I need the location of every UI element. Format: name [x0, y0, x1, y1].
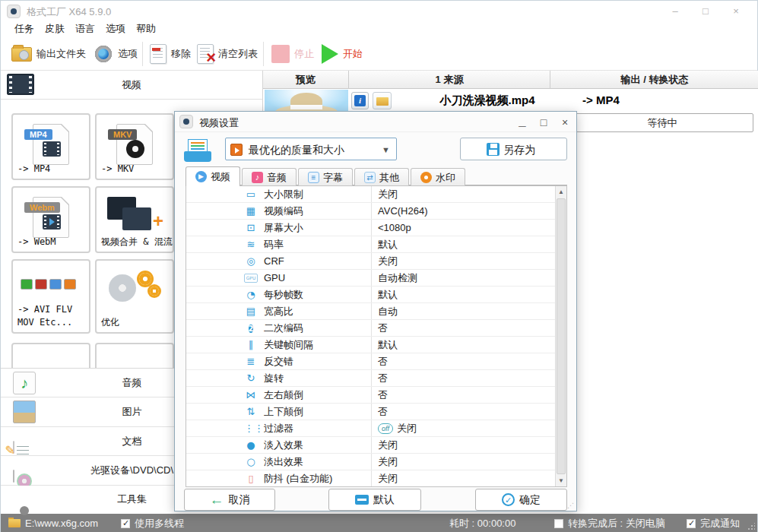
- grid-item-mkv[interactable]: MKV -> MKV: [95, 113, 174, 180]
- grid-item-video-merge[interactable]: + 视频合并 & 混流: [95, 186, 174, 253]
- grid-item-label: 优化: [101, 316, 119, 329]
- scroll-down-icon[interactable]: ▼: [556, 475, 566, 486]
- output-path-item[interactable]: E:\www.x6g.com: [8, 514, 98, 532]
- preview-thumbnail[interactable]: [265, 90, 348, 112]
- setting-row-rotate[interactable]: ↻ 旋转 否: [186, 370, 555, 387]
- open-folder-button[interactable]: [373, 92, 392, 109]
- grid-item-label: -> WebM: [17, 236, 56, 249]
- play-icon: [322, 44, 338, 64]
- menu-task[interactable]: 任务: [14, 22, 34, 37]
- dialog-maximize-button[interactable]: □: [537, 116, 550, 128]
- options-button[interactable]: 选项: [94, 37, 138, 71]
- default-button[interactable]: 默认: [328, 489, 421, 511]
- window-controls: – □ ×: [660, 1, 751, 22]
- menu-options[interactable]: 选项: [106, 22, 125, 37]
- notify-option[interactable]: 完成通知: [687, 514, 740, 532]
- toolbar-separator: [142, 42, 143, 66]
- sidebar-section-video[interactable]: 视频: [1, 71, 262, 100]
- ok-button[interactable]: ✓ 确定: [475, 489, 567, 511]
- remove-button[interactable]: 移除: [150, 37, 191, 71]
- dialog-resize-grip[interactable]: ⋰: [567, 502, 575, 509]
- setting-row-flip-vertical[interactable]: ⇅ 上下颠倒 否: [186, 404, 555, 420]
- music-note-icon: ♪: [252, 172, 263, 183]
- watermark-new-icon: [420, 172, 432, 183]
- setting-row-filter[interactable]: ⋮⋮ 过滤器 off 关闭: [186, 420, 555, 437]
- tab-subtitle[interactable]: ≡ 字幕: [298, 168, 353, 186]
- setting-row-video-codec[interactable]: ▦ 视频编码 AVC(H264): [186, 203, 555, 220]
- menu-help[interactable]: 帮助: [136, 22, 156, 37]
- window-resize-grip[interactable]: [747, 523, 755, 530]
- notify-checkbox[interactable]: [687, 519, 696, 528]
- setting-row-bitrate[interactable]: ≋ 码率 默认: [186, 236, 555, 253]
- start-button[interactable]: 开始: [322, 37, 363, 71]
- plus-icon: +: [153, 211, 163, 232]
- monitor-icon: ⊡: [244, 220, 258, 236]
- dialog-buttons: ← 取消 默认 ✓ 确定: [175, 489, 576, 511]
- scroll-up-icon[interactable]: ▲: [556, 186, 566, 198]
- setting-row-aspect-ratio[interactable]: ▤ 宽高比 自动: [186, 303, 555, 320]
- tab-other[interactable]: ⇄ 其他: [354, 168, 409, 186]
- menu-language[interactable]: 语言: [75, 22, 95, 37]
- grid-item-avi-flv-mov[interactable]: -> AVI FLV MOV Etc...: [11, 259, 90, 334]
- cancel-button[interactable]: ← 取消: [184, 489, 275, 511]
- tab-audio[interactable]: ♪ 音频: [242, 168, 297, 186]
- shutdown-checkbox[interactable]: [554, 519, 563, 528]
- grid-item-webm[interactable]: Webm -> WebM: [11, 186, 90, 253]
- setting-row-two-pass[interactable]: 2 二次编码 否: [186, 320, 555, 337]
- maximize-button[interactable]: □: [690, 1, 721, 22]
- setting-row-size-limit[interactable]: ▭ 大小限制 关闭: [186, 186, 555, 203]
- setting-row-flip-horizontal[interactable]: ⋈ 左右颠倒 否: [186, 387, 555, 404]
- setting-row-crf[interactable]: ◎ CRF 关闭: [186, 253, 555, 270]
- save-as-button[interactable]: 另存为: [460, 138, 567, 160]
- scrollbar[interactable]: ▲ ▼: [555, 186, 566, 486]
- webm-badge: Webm: [24, 202, 60, 213]
- setting-row-fps[interactable]: ◔ 每秒帧数 默认: [186, 287, 555, 303]
- tab-video[interactable]: ▶ 视频: [186, 166, 240, 186]
- rotate-icon: ↻: [244, 370, 258, 387]
- chip-icon: ▦: [244, 203, 258, 220]
- profile-dropdown[interactable]: 最优化的质量和大小 ▼: [225, 138, 397, 160]
- menu-skin[interactable]: 皮肤: [45, 22, 65, 37]
- setting-row-gpu[interactable]: GPU GPU 自动检测: [186, 270, 555, 287]
- media-info-button[interactable]: i: [351, 92, 369, 109]
- clear-list-doc-icon: ×: [197, 44, 214, 64]
- elapsed-time: 耗时 : 00:00:00: [449, 514, 515, 532]
- setting-row-deinterlace[interactable]: ≣ 反交错 否: [186, 353, 555, 370]
- setting-row-stabilize[interactable]: ▯ 防抖 (白金功能) 关闭: [186, 470, 555, 486]
- dialog-title-bar[interactable]: 视频设置 ＿ □ ×: [175, 112, 576, 132]
- setting-row-fade-in[interactable]: ● 淡入效果 关闭: [186, 437, 555, 454]
- aspect-ratio-icon: ▤: [244, 303, 258, 320]
- setting-row-screen-size[interactable]: ⊡ 屏幕大小 <1080p: [186, 220, 555, 236]
- tab-watermark[interactable]: 水印: [411, 168, 465, 186]
- column-output-status: 输出 / 转换状态: [550, 71, 758, 89]
- dialog-minimize-button[interactable]: ＿: [515, 116, 529, 129]
- stabilize-icon: ▯: [244, 470, 258, 486]
- column-preview: 预览: [263, 71, 349, 89]
- grid-item-mp4[interactable]: MP4 -> MP4: [11, 113, 90, 180]
- multithread-checkbox[interactable]: [121, 519, 130, 528]
- minimize-button[interactable]: –: [660, 1, 690, 22]
- webm-file-icon: Webm: [33, 197, 69, 238]
- clear-list-label: 清空列表: [218, 47, 258, 61]
- stop-icon: [271, 45, 290, 63]
- shutdown-option[interactable]: 转换完成后 : 关闭电脑: [554, 514, 665, 532]
- close-button[interactable]: ×: [721, 1, 751, 22]
- dialog-close-button[interactable]: ×: [558, 116, 572, 128]
- setting-row-keyframe-interval[interactable]: ‖ 关键帧间隔 默认: [186, 337, 555, 353]
- scrollbar-thumb[interactable]: [557, 198, 566, 474]
- dialog-controls: ＿ □ ×: [515, 112, 572, 132]
- keyframe-icon: ‖: [244, 337, 258, 353]
- stop-button[interactable]: 停止: [271, 37, 314, 71]
- grid-item-optimize[interactable]: 优化: [95, 259, 174, 334]
- deinterlace-icon: ≣: [244, 353, 258, 370]
- floppy-disk-icon: [487, 143, 500, 156]
- setting-row-fade-out[interactable]: ○ 淡出效果 关闭: [186, 454, 555, 470]
- settings-tabs: ▶ 视频 ♪ 音频 ≡ 字幕 ⇄ 其他 水印: [186, 166, 567, 185]
- grid-item-label: -> AVI FLV MOV Etc...: [17, 303, 72, 329]
- multithread-option[interactable]: 使用多线程: [121, 514, 184, 532]
- mkv-file-icon: MKV: [116, 124, 153, 165]
- output-folder-button[interactable]: 输出文件夹: [11, 37, 86, 71]
- clear-list-button[interactable]: × 清空列表: [197, 37, 258, 71]
- chevron-down-icon: ▼: [382, 145, 390, 154]
- menu-bar: 任务 皮肤 语言 选项 帮助: [1, 22, 757, 37]
